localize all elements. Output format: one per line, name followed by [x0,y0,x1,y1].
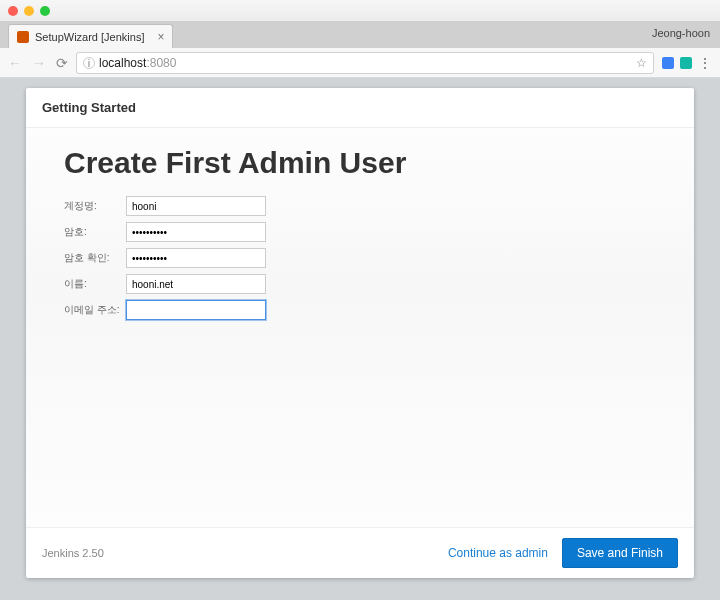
jenkins-version: Jenkins 2.50 [42,547,104,559]
window-controls [8,6,50,16]
forward-button[interactable]: → [32,55,46,71]
bookmark-icon[interactable]: ☆ [636,56,647,70]
confirm-password-input[interactable] [126,248,266,268]
page-viewport: Getting Started Create First Admin User … [0,78,720,600]
url-port: :8080 [146,56,176,70]
username-input[interactable] [126,196,266,216]
address-bar: ← → ⟳ i localhost:8080 ☆ ⋮ [0,48,720,78]
nav-buttons: ← → ⟳ [8,55,68,71]
extension-icons: ⋮ [662,55,712,71]
password-input[interactable] [126,222,266,242]
modal-body: Create First Admin User 계정명: 암호: 암호 확인: … [26,128,694,527]
fullname-label: 이름: [64,277,122,291]
browser-chrome: SetupWizard [Jenkins] × Jeong-hoon ← → ⟳… [0,0,720,78]
form-row-username: 계정명: [64,196,656,216]
profile-name[interactable]: Jeong-hoon [652,27,710,43]
form-row-email: 이메일 주소: [64,300,656,320]
site-info-icon[interactable]: i [83,57,95,69]
url-host: localhost [99,56,146,70]
maximize-window-button[interactable] [40,6,50,16]
url-input[interactable]: i localhost:8080 ☆ [76,52,654,74]
extension-icon-2[interactable] [680,57,692,69]
close-window-button[interactable] [8,6,18,16]
footer-actions: Continue as admin Save and Finish [448,538,678,568]
close-tab-icon[interactable]: × [157,30,164,44]
window-titlebar [0,0,720,22]
form-row-confirm: 암호 확인: [64,248,656,268]
page-title: Create First Admin User [64,146,656,180]
confirm-password-label: 암호 확인: [64,251,122,265]
browser-menu-icon[interactable]: ⋮ [698,55,712,71]
reload-button[interactable]: ⟳ [56,55,68,71]
jenkins-favicon [17,31,29,43]
modal-footer: Jenkins 2.50 Continue as admin Save and … [26,527,694,578]
form-row-fullname: 이름: [64,274,656,294]
username-label: 계정명: [64,199,122,213]
email-input[interactable] [126,300,266,320]
modal-header: Getting Started [26,88,694,128]
minimize-window-button[interactable] [24,6,34,16]
email-label: 이메일 주소: [64,303,122,317]
extension-icon-1[interactable] [662,57,674,69]
tab-title: SetupWizard [Jenkins] [35,31,144,43]
fullname-input[interactable] [126,274,266,294]
back-button[interactable]: ← [8,55,22,71]
browser-tab[interactable]: SetupWizard [Jenkins] × [8,24,173,48]
setup-wizard-modal: Getting Started Create First Admin User … [26,88,694,578]
continue-as-admin-link[interactable]: Continue as admin [448,546,548,560]
tab-bar: SetupWizard [Jenkins] × Jeong-hoon [0,22,720,48]
save-and-finish-button[interactable]: Save and Finish [562,538,678,568]
form-row-password: 암호: [64,222,656,242]
password-label: 암호: [64,225,122,239]
